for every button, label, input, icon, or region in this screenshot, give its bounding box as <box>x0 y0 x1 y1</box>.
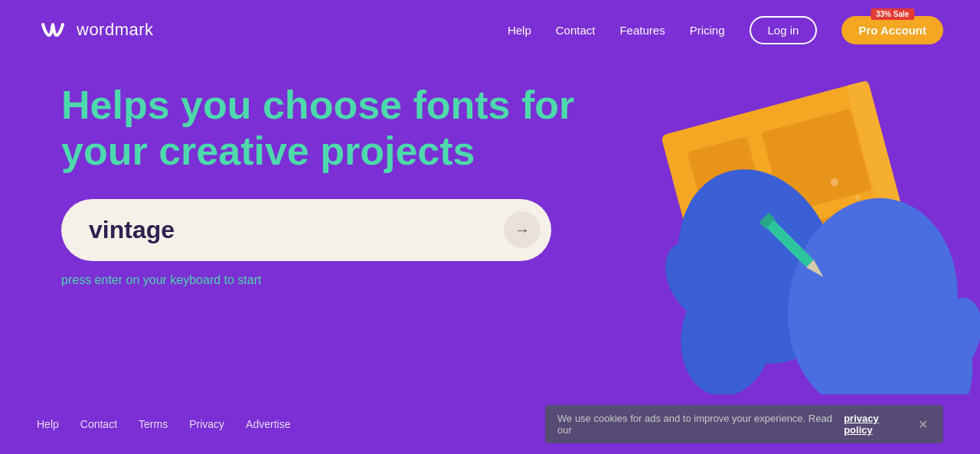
privacy-policy-link[interactable]: privacy policy <box>844 413 907 436</box>
hero-section: Helps you choose fonts for your creative… <box>0 60 980 403</box>
cookie-banner: We use cookies for ads and to improve yo… <box>545 405 943 443</box>
arrow-right-icon: → <box>514 221 530 239</box>
cookie-close-button[interactable]: ✕ <box>915 417 931 432</box>
hint-suffix: on your keyboard to start <box>122 273 261 286</box>
pro-button-wrapper: 33% Sale Pro Account <box>841 16 943 44</box>
logo[interactable]: wordmark <box>37 14 154 46</box>
search-submit-button[interactable]: → <box>504 211 541 248</box>
footer-links: Help Contact Terms Privacy Advertise <box>37 418 290 430</box>
main-nav: Help Contact Features Pricing Log in 33%… <box>508 16 943 44</box>
logo-icon <box>37 14 69 46</box>
header: wordmark Help Contact Features Pricing L… <box>0 0 980 60</box>
hero-illustration <box>597 44 980 412</box>
svg-point-15 <box>831 178 838 186</box>
hero-headline: Helps you choose fonts for your creative… <box>61 83 582 175</box>
hint-key: enter <box>95 273 122 286</box>
footer-privacy[interactable]: Privacy <box>189 418 224 430</box>
pro-account-button[interactable]: Pro Account <box>841 16 943 44</box>
nav-help[interactable]: Help <box>508 24 531 37</box>
logo-text: wordmark <box>77 20 154 40</box>
footer-help[interactable]: Help <box>37 418 59 430</box>
nav-features[interactable]: Features <box>619 24 665 37</box>
footer-advertise[interactable]: Advertise <box>246 418 290 430</box>
login-button[interactable]: Log in <box>750 16 818 44</box>
search-area: → <box>61 199 551 261</box>
nav-pricing[interactable]: Pricing <box>690 24 725 37</box>
cookie-text: We use cookies for ads and to improve yo… <box>557 413 836 436</box>
footer: Help Contact Terms Privacy Advertise We … <box>0 394 980 454</box>
footer-contact[interactable]: Contact <box>80 418 117 430</box>
footer-terms[interactable]: Terms <box>139 418 168 430</box>
sale-badge: 33% Sale <box>871 8 914 20</box>
hint-prefix: press <box>61 273 95 286</box>
svg-point-16 <box>855 195 860 200</box>
search-input[interactable] <box>61 199 551 261</box>
nav-contact[interactable]: Contact <box>556 24 596 37</box>
